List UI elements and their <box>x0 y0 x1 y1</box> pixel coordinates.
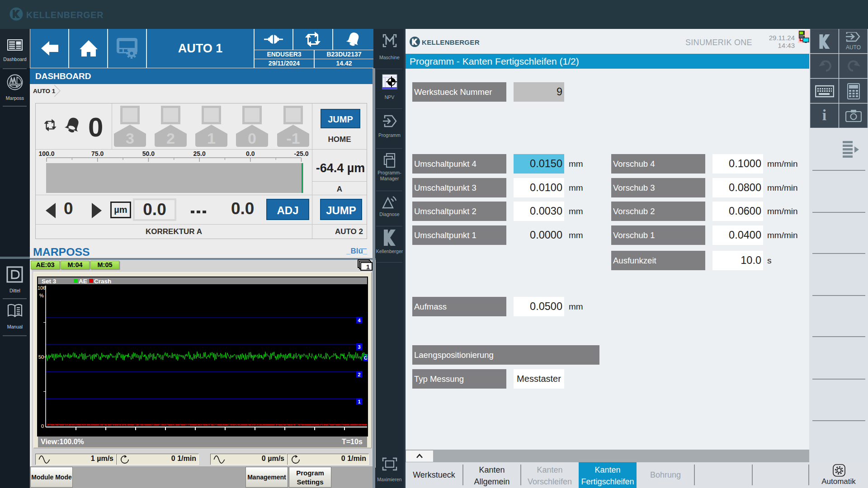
svg-text:50: 50 <box>38 354 44 360</box>
svg-text:1: 1 <box>366 263 370 271</box>
svg-text:1: 1 <box>207 130 216 147</box>
svg-text:3: 3 <box>126 130 134 147</box>
svg-text:3: 3 <box>358 344 360 350</box>
svg-text:2: 2 <box>358 372 360 377</box>
svg-text:4: 4 <box>358 318 361 323</box>
svg-text:%: % <box>39 293 44 298</box>
svg-text:0: 0 <box>248 130 256 147</box>
svg-text:1: 1 <box>358 399 360 404</box>
svg-text:2: 2 <box>166 130 175 147</box>
svg-text:0: 0 <box>41 423 44 429</box>
svg-text:-1: -1 <box>286 130 300 147</box>
